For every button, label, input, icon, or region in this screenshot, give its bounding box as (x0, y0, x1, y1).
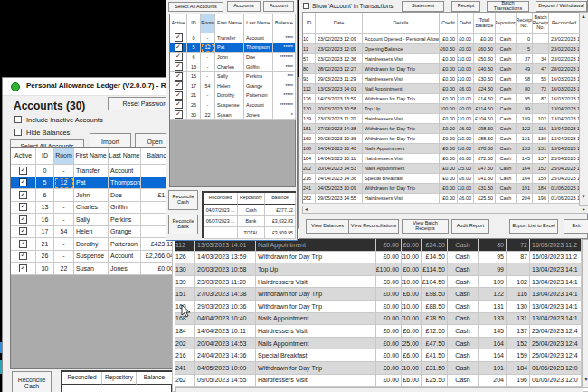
popup-reconcile-bank-button[interactable]: Reconcile Bank (168, 215, 198, 234)
tx-cell: £30.50 (474, 74, 496, 84)
tx-cell: £0.00 (440, 34, 458, 44)
hide-balances-checkbox[interactable] (14, 129, 22, 136)
tx-column-header[interactable]: Total Balance (474, 13, 496, 34)
tx-cell: £14.50 (474, 94, 496, 104)
tx-top-button-receipt[interactable]: Receipt (451, 1, 480, 12)
balance-cell: **** (273, 33, 296, 43)
tx-cell: £0.00 (376, 362, 402, 375)
tx-cell: £6.00 (458, 124, 474, 134)
checked-checkbox-icon[interactable]: ✓ (19, 167, 27, 175)
first-name-cell: Charles (74, 202, 109, 215)
room-cell: 54 (201, 81, 215, 91)
reconciled-summary-table: ReconciledRepositoryBalance (61, 370, 173, 392)
tx-footer-button-exit[interactable]: Exit (564, 219, 588, 234)
tx-column-header[interactable]: Repository (496, 13, 517, 34)
include-inactive-checkbox[interactable] (14, 116, 22, 123)
tx-column-header[interactable]: Debit (458, 13, 474, 34)
checked-checkbox-icon[interactable]: ✓ (175, 91, 183, 100)
popup-reconcile-cash-button[interactable]: Reconcile Cash (168, 190, 198, 210)
tx-top-button-statement[interactable]: Statement (402, 1, 444, 12)
checked-checkbox-icon[interactable]: ✓ (19, 227, 27, 235)
column-header-room[interactable]: Room (201, 14, 215, 33)
tx-cell: £25.00 (458, 164, 474, 174)
first-name-cell: Sally (74, 214, 109, 226)
popup-reconcile-cash-label: Reconcile Cash (169, 195, 197, 206)
id-cell: 26 (187, 100, 201, 110)
tx-column-header[interactable]: Credit (440, 13, 458, 34)
column-header-room[interactable]: Room (54, 148, 74, 165)
tx-column-header[interactable]: Batch Receipt No. (533, 13, 549, 34)
horizontal-scrollbar[interactable] (175, 387, 583, 392)
tx-cell: 126 (175, 252, 195, 264)
column-header-last-name[interactable]: Last Name (109, 148, 141, 165)
room-cell: - (201, 33, 215, 43)
tx-footer-button-view-batch-receipts[interactable]: View Batch Receipts (402, 219, 449, 234)
vertical-scrollbar[interactable]: ▼ (582, 239, 588, 388)
room-cell: 12 (54, 177, 74, 190)
column-header-id[interactable]: ID (36, 148, 54, 165)
tx-cell: £0.00 (440, 54, 458, 64)
checked-checkbox-icon[interactable]: ✓ (19, 178, 27, 186)
tx-cell: £0.00 (376, 252, 402, 264)
scroll-up-icon[interactable]: ▲ (581, 14, 586, 19)
tx-top-button-batch-transactions[interactable]: Batch Transactions (487, 1, 529, 12)
tx-cell: £6.00 (458, 154, 474, 164)
tx-cell: 164 (517, 174, 533, 184)
horizontal-scrollbar[interactable]: ◄ ► (302, 206, 588, 214)
checked-checkbox-icon[interactable]: ✓ (175, 43, 183, 52)
tab-account[interactable]: Account (263, 1, 294, 12)
checked-checkbox-icon[interactable]: ✓ (175, 53, 183, 61)
checked-checkbox-icon[interactable]: ✓ (19, 252, 27, 260)
tx-column-header[interactable]: Receipt No. (517, 13, 533, 34)
tx-cell: 184 (175, 325, 195, 338)
tx-footer-button-audit-report[interactable]: Audit Report (451, 219, 489, 234)
column-header-balance[interactable]: Balance (273, 14, 296, 33)
id-cell: 21 (187, 91, 201, 101)
tx-cell: £10.00 (402, 252, 422, 264)
column-header-active[interactable]: Active (170, 14, 187, 33)
scroll-down-icon[interactable]: ▼ (581, 194, 586, 199)
popup-select-all-button[interactable]: Select All Accounts (168, 2, 223, 12)
checked-checkbox-icon[interactable]: ✓ (19, 191, 27, 199)
tx-column-header[interactable]: ID (303, 13, 316, 34)
active-cell: ✓ (170, 53, 187, 62)
tx-cell: £6.00 (402, 288, 422, 301)
show-account-checkbox[interactable] (303, 3, 309, 9)
checked-checkbox-icon[interactable]: ✓ (175, 81, 183, 90)
checked-checkbox-icon[interactable]: ✓ (19, 264, 27, 272)
reconcile-cash-button[interactable]: Reconcile Cash (12, 371, 52, 392)
checked-checkbox-icon[interactable]: ✓ (175, 110, 183, 119)
column-header-active[interactable]: Active (11, 148, 36, 165)
scroll-left-icon[interactable]: ◄ (304, 206, 308, 212)
scroll-right-icon[interactable]: ► (582, 206, 586, 212)
tx-cell: Cash (448, 301, 479, 313)
tab-accounts[interactable]: Accounts (227, 1, 261, 12)
vertical-scrollbar[interactable]: ▲ ▼ (579, 12, 588, 206)
tx-footer-button-export-list-to-excel[interactable]: Export List to Excel (509, 219, 558, 234)
checked-checkbox-icon[interactable]: ✓ (19, 240, 27, 248)
checked-checkbox-icon[interactable]: ✓ (175, 72, 183, 81)
mini-header-repository: Repository (102, 372, 137, 385)
tx-footer-button-view-balances[interactable]: View Balances (306, 219, 349, 234)
checked-checkbox-icon[interactable]: ✓ (19, 203, 27, 211)
tx-cell: £24.50 (422, 239, 448, 252)
tx-cell: £10.00 (458, 144, 474, 154)
tx-top-button-deposit-withdrawal[interactable]: Deposit / Withdrawal (536, 1, 587, 12)
scroll-down-icon[interactable]: ▼ (583, 377, 588, 382)
tx-column-header[interactable]: Reconciled (549, 13, 580, 34)
column-header-first-name[interactable]: First Name (215, 14, 244, 33)
tx-column-header[interactable]: Date (316, 13, 363, 34)
checked-checkbox-icon[interactable]: ✓ (19, 215, 27, 224)
tx-cell: 139 (303, 114, 316, 124)
tx-column-header[interactable]: Details (363, 13, 440, 34)
active-cell: ✓ (170, 72, 187, 81)
column-header-first-name[interactable]: First Name (74, 148, 109, 165)
checked-checkbox-icon[interactable]: ✓ (175, 33, 183, 42)
tx-cell: 99 (479, 263, 507, 276)
column-header-last-name[interactable]: Last Name (244, 14, 273, 33)
column-header-id[interactable]: ID (187, 14, 201, 33)
checked-checkbox-icon[interactable]: ✓ (175, 100, 183, 109)
tx-cell: 20/03/2023 10:58 (316, 104, 363, 114)
checked-checkbox-icon[interactable]: ✓ (175, 62, 183, 71)
tx-footer-button-view-reconciliations[interactable]: View Reconciliations (348, 219, 399, 234)
